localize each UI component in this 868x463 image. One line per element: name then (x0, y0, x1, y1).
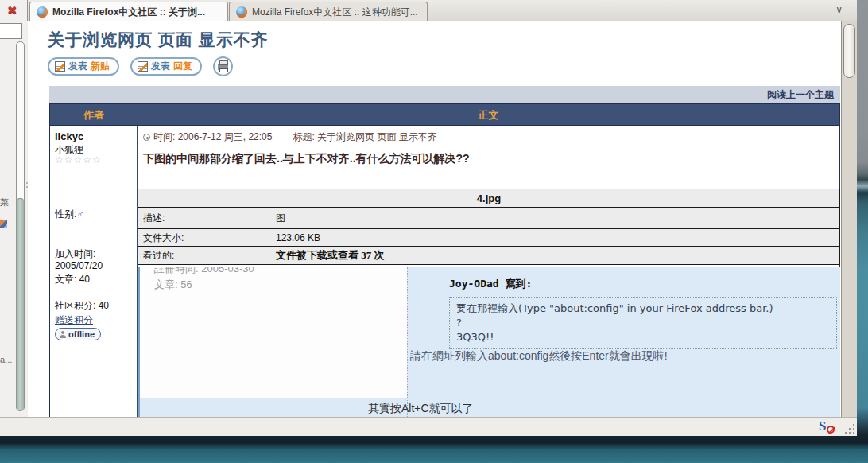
post-message: 下图的中间那部分缩了回去..与上下不对齐..有什么方法可以解决?? (143, 152, 470, 166)
screenshot-regtime: 註冊時間: 2005-03-30 (154, 267, 254, 276)
noscript-status-icon[interactable]: S (819, 419, 833, 434)
sidebar-favicon (0, 220, 7, 228)
attachment-row: 看过的: 文件被下载或查看 37 次 (138, 247, 839, 264)
attachment-table: 4.jpg 描述: 图 文件大小: 123.06 KB 看过的: 文件被下载或查… (138, 189, 840, 265)
reply-button[interactable]: 发表回复 (130, 57, 202, 76)
sidebar-item-fragment[interactable]: 菜 (0, 196, 9, 208)
sidebar-close-icon[interactable]: ✖ (7, 3, 17, 18)
tab-list-chevron-icon[interactable]: ∨ (835, 4, 843, 15)
firefox-favicon-icon (236, 6, 247, 18)
attachment-row: 描述: 图 (138, 208, 839, 229)
firefox-favicon-icon (37, 6, 48, 18)
post-meta: 时间: 2006-7-12 周三, 22:05标题: 关于浏览网页 页面 显示不… (143, 130, 437, 144)
quote-line: ? (456, 316, 830, 330)
male-symbol-icon: ♂ (76, 208, 84, 220)
screenshot-reply-text: 請在網址列輸入about:config然後按Enter就會出現啦! (410, 349, 668, 364)
attachment-filename[interactable]: 4.jpg (138, 189, 839, 208)
page-content: 关于浏览网页 页面 显示不齐 发表新贴 发表回复 阅读上一个主题 作者 正文 (28, 21, 841, 417)
attachment-row-label: 看过的: (138, 247, 269, 264)
quote-line: 3Q3Q!! (456, 330, 830, 344)
new-post-icon (55, 61, 65, 72)
post-subject: 标题: 关于浏览网页 页面 显示不齐 (293, 131, 436, 142)
status-bar: S (0, 417, 857, 436)
tab-other-topic[interactable]: Mozilla Firefox中文社区 :: 这种功能可... (229, 2, 428, 21)
thread-table-header: 作者 正文 (50, 104, 839, 126)
sidebar-search-input[interactable] (0, 23, 22, 39)
browser-window: ✖ 菜 a... Mozilla Firefox中文社区 :: 关于浏... M… (0, 0, 857, 436)
prev-topic-link[interactable]: 阅读上一个主题 (767, 89, 834, 100)
author-joined-label: 加入时间: (55, 247, 95, 261)
window-resize-grip[interactable] (844, 423, 855, 434)
attachment-row-label: 文件大小: (138, 229, 269, 246)
author-column-header: 作者 (50, 104, 138, 125)
sidebar-panel: ✖ 菜 a... (0, 0, 27, 417)
page-scrollbar[interactable] (841, 21, 857, 417)
attachment-row-value: 文件被下载或查看 37 次 (269, 247, 839, 264)
quote-title: Joy-ODad 寫到: (449, 277, 837, 291)
screenshot-bottom-text: 其實按Alt+C就可以了 (368, 402, 474, 416)
noscript-letter: S (819, 419, 826, 434)
person-icon (59, 331, 66, 338)
sidebar-scrollbar[interactable] (16, 41, 25, 411)
prohibition-sign-icon (827, 426, 835, 434)
sidebar-scrollbar-thumb[interactable] (17, 198, 24, 411)
author-gender: 性别:♂ (55, 208, 84, 221)
tab-bar: Mozilla Firefox中文社区 :: 关于浏... Mozilla Fi… (27, 0, 857, 21)
author-cell: lickyc 小狐狸 ☆☆☆☆☆ 性别:♂ 加入时间: 2005/07/20 文… (50, 126, 138, 417)
attachment-row: 文件大小: 123.06 KB (138, 229, 839, 247)
screenshot-postcount: 文章: 56 (154, 278, 192, 292)
quote-box: 要在那裡輸入(Type "about:config" in your FireF… (449, 297, 837, 349)
sidebar-item-fragment[interactable]: a... (0, 355, 12, 364)
author-rank-stars: ☆☆☆☆☆ (55, 154, 102, 165)
tab-current-topic[interactable]: Mozilla Firefox中文社区 :: 关于浏... (29, 2, 228, 21)
new-post-button[interactable]: 发表新贴 (48, 57, 119, 76)
tab-label: Mozilla Firefox中文社区 :: 这种功能可... (252, 6, 418, 19)
screenshot-divider (407, 267, 408, 417)
offline-status-badge: offline (55, 328, 101, 340)
page-scrollbar-thumb[interactable] (843, 24, 855, 78)
author-username[interactable]: lickyc (55, 130, 83, 142)
screenshot-quote-block: Joy-ODad 寫到: 要在那裡輸入(Type "about:config" … (449, 277, 837, 349)
toolbar: 发表新贴 发表回复 (48, 56, 233, 76)
topic-nav-bar: 阅读上一个主题 (49, 86, 840, 103)
new-post-label-accent: 新贴 (91, 60, 110, 73)
tab-label: Mozilla Firefox中文社区 :: 关于浏... (52, 6, 205, 19)
donate-points-link[interactable]: 赠送积分 (55, 313, 93, 327)
quote-line: 要在那裡輸入(Type "about:config" in your FireF… (456, 302, 830, 316)
attached-screenshot-image[interactable]: 註冊時間: 2005-03-30 文章: 56 Joy-ODad 寫到: 要在那… (138, 267, 840, 417)
new-post-label: 发表 (68, 60, 87, 73)
reply-label-accent: 回复 (173, 60, 192, 73)
author-post-count: 文章: 40 (55, 273, 90, 286)
author-joined-value: 2005/07/20 (55, 260, 103, 271)
page-title: 关于浏览网页 页面 显示不齐 (48, 29, 269, 51)
attachment-row-value: 图 (269, 208, 839, 228)
reply-label: 发表 (151, 60, 170, 73)
post-time: 时间: 2006-7-12 周三, 22:05 (153, 131, 272, 142)
print-button[interactable] (213, 56, 233, 76)
body-column-header: 正文 (138, 104, 839, 125)
post-time-icon (143, 134, 150, 141)
reply-icon (138, 61, 148, 72)
printer-icon (218, 64, 228, 70)
author-points: 社区积分: 40 (55, 299, 109, 313)
attachment-row-label: 描述: (138, 208, 269, 228)
attachment-row-value: 123.06 KB (269, 229, 839, 246)
screenshot-divider (362, 267, 362, 417)
